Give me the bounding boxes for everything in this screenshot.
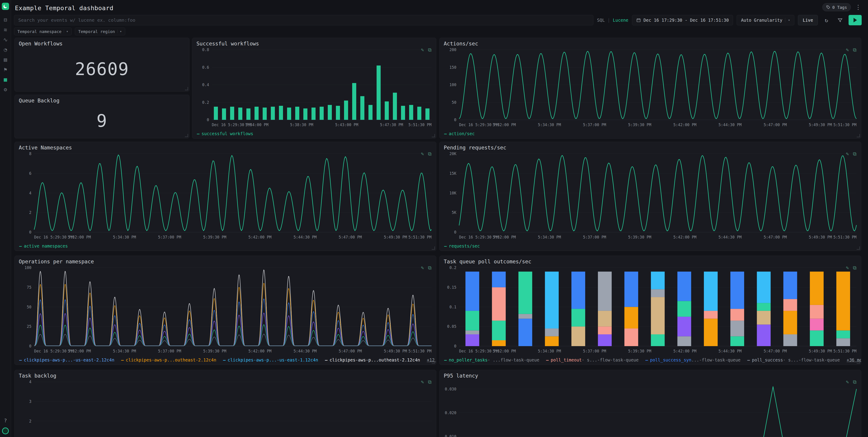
legend-item[interactable]: —requests/sec: [444, 244, 480, 248]
sidebar-item-dashboards-icon[interactable]: ▦: [4, 77, 7, 82]
legend-item[interactable]: —clickpipes-aws-p...outheast-2.12c4n: [325, 357, 420, 363]
edit-icon[interactable]: ✎: [846, 380, 849, 384]
edit-icon[interactable]: ✎: [421, 266, 424, 270]
svg-text:4: 4: [29, 380, 31, 384]
filter-icon[interactable]: [835, 15, 845, 25]
legend-swatch: —: [223, 357, 225, 363]
search-input[interactable]: [14, 15, 593, 25]
legend-label-suffix: ...-flow-task-queue: [691, 357, 741, 363]
resize-handle[interactable]: [857, 361, 860, 364]
legend-item[interactable]: —poll_success · s...-flow-task-queue: [747, 357, 840, 363]
chart-plot[interactable]: 43210: [15, 379, 436, 437]
chart-svg[interactable]: 86420Dec 16 5:29:30 PM5:32:00 PM5:34:30 …: [15, 151, 436, 241]
duplicate-icon[interactable]: ⧉: [853, 266, 857, 270]
chart-svg[interactable]: 43210: [15, 379, 436, 437]
tags-badge[interactable]: 0 Tags: [822, 3, 851, 11]
filter-temporal-namespace[interactable]: Temporal namespace ▾: [14, 28, 72, 35]
resize-handle[interactable]: [432, 246, 435, 250]
resize-handle[interactable]: [857, 246, 860, 250]
svg-text:5:42:00 PM: 5:42:00 PM: [248, 349, 272, 353]
edit-icon[interactable]: ✎: [846, 266, 849, 270]
calendar-icon: [636, 18, 641, 22]
chart-svg[interactable]: 20K15K10K5K0Dec 16 5:29:30 PM5:32:00 PM5…: [440, 151, 861, 241]
user-avatar[interactable]: [2, 428, 9, 434]
resize-handle[interactable]: [185, 87, 188, 90]
duplicate-icon[interactable]: ⧉: [853, 48, 857, 53]
resize-handle[interactable]: [185, 134, 188, 137]
edit-icon[interactable]: ✎: [846, 48, 849, 53]
legend-item[interactable]: —successful workflows: [197, 131, 253, 136]
resize-handle[interactable]: [432, 134, 435, 137]
sidebar-item-settings-icon[interactable]: ⚙: [4, 87, 7, 92]
sidebar-item-logs-icon[interactable]: ▤: [4, 57, 7, 62]
legend-item[interactable]: —no_poller_tasks · ...flow-task-queue: [444, 357, 539, 363]
chart-svg[interactable]: 200150100500Dec 16 5:29:30 PM5:32:00 PM5…: [440, 46, 861, 129]
duplicate-icon[interactable]: ⧉: [428, 380, 432, 384]
chart-plot[interactable]: 0.80.60.40.20Dec 16 5:29:30 PM5:34:00 PM…: [192, 46, 436, 129]
sidebar-item-explore-icon[interactable]: ≋: [4, 27, 7, 33]
legend-swatch: —: [645, 357, 648, 363]
legend-item[interactable]: —poll_timeout · s...-flow-task-queue: [546, 357, 639, 363]
legend-swatch: —: [444, 244, 447, 248]
edit-icon[interactable]: ✎: [421, 380, 424, 384]
date-range-picker[interactable]: Dec 16 17:29:30 - Dec 16 17:51:30: [632, 15, 733, 25]
duplicate-icon[interactable]: ⧉: [428, 266, 432, 270]
sidebar-item-flags-icon[interactable]: ⚑: [4, 67, 7, 72]
chart-plot[interactable]: 0.0300.0200.0100: [440, 379, 861, 437]
run-query-button[interactable]: [848, 15, 862, 25]
resize-handle[interactable]: [857, 134, 860, 137]
edit-icon[interactable]: ✎: [421, 48, 424, 53]
svg-text:5:32:00 PM: 5:32:00 PM: [68, 349, 91, 353]
svg-text:5:42:00 PM: 5:42:00 PM: [673, 123, 696, 127]
legend-label-suffix: · ...flow-task-queue: [488, 357, 539, 363]
filter-temporal-region[interactable]: Temporal region ▾: [75, 28, 125, 35]
svg-text:5:39:30 PM: 5:39:30 PM: [203, 349, 226, 353]
play-icon: [854, 18, 857, 22]
chart-plot[interactable]: 20K15K10K5K0Dec 16 5:29:30 PM5:32:00 PM5…: [440, 151, 861, 241]
date-range-label: Dec 16 17:29:30 - Dec 16 17:51:30: [644, 18, 729, 23]
legend-item[interactable]: —clickpipes-aws-p...outheast-2.12c4n: [121, 357, 216, 363]
chart-plot[interactable]: 1007550250Dec 16 5:29:30 PM5:32:00 PM5:3…: [15, 264, 436, 355]
panel-task-backlog: Task backlog 43210 ✎⧉: [14, 370, 436, 437]
legend-swatch: —: [747, 357, 750, 363]
sidebar-item-metrics-icon[interactable]: ∿: [3, 37, 8, 42]
chart-plot[interactable]: 86420Dec 16 5:29:30 PM5:32:00 PM5:34:30 …: [15, 151, 436, 241]
duplicate-icon[interactable]: ⧉: [853, 380, 857, 384]
page-title: Example Temporal dashboard: [15, 4, 114, 11]
mode-lucene[interactable]: Lucene: [613, 18, 628, 23]
edit-icon[interactable]: ✎: [846, 152, 849, 156]
granularity-select[interactable]: Auto Granularity ▾: [737, 15, 794, 25]
legend-item[interactable]: —action/sec: [444, 131, 475, 136]
legend-item[interactable]: —active namespaces: [19, 244, 68, 248]
chart-plot[interactable]: 200150100500Dec 16 5:29:30 PM5:32:00 PM5…: [440, 46, 861, 129]
resize-handle[interactable]: [432, 361, 435, 364]
svg-text:0.030: 0.030: [445, 387, 456, 391]
sidebar-item-panels-icon[interactable]: ⊟: [4, 17, 7, 23]
svg-text:5:44:30 PM: 5:44:30 PM: [718, 349, 741, 353]
svg-text:8: 8: [29, 152, 31, 156]
legend-item[interactable]: —poll_success_syn ...-flow-task-queue: [645, 357, 741, 363]
kebab-menu-icon[interactable]: ⋮: [855, 4, 861, 11]
help-icon[interactable]: ?: [4, 418, 7, 424]
legend-item[interactable]: —clickpipes-aws-p...-us-east-1.12c4n: [223, 357, 318, 363]
sidebar-item-alerts-icon[interactable]: ◔: [4, 47, 7, 53]
chart-svg[interactable]: 0.80.60.40.20Dec 16 5:29:30 PM5:34:00 PM…: [192, 46, 436, 129]
svg-text:0.8: 0.8: [202, 48, 209, 52]
duplicate-icon[interactable]: ⧉: [428, 48, 432, 53]
chart-plot[interactable]: 0.20.150.10.050Dec 16 5:29:30 PM5:32:00 …: [440, 264, 861, 355]
chart-svg[interactable]: 1007550250Dec 16 5:29:30 PM5:32:00 PM5:3…: [15, 264, 436, 355]
refresh-icon[interactable]: ↻: [822, 15, 831, 25]
mode-sql[interactable]: SQL: [597, 18, 604, 23]
app-logo: [2, 3, 9, 10]
panel-title: Task queue poll outcomes/sec: [444, 259, 531, 264]
edit-icon[interactable]: ✎: [421, 152, 424, 156]
panel-p95-latency: P95 latency 0.0300.0200.0100 ✎⧉: [439, 370, 861, 437]
svg-text:5:49:30 PM: 5:49:30 PM: [384, 349, 407, 353]
chart-svg[interactable]: 0.20.150.10.050Dec 16 5:29:30 PM5:32:00 …: [440, 264, 861, 355]
legend-item[interactable]: —clickpipes-aws-p...-us-east-2.12c4n: [19, 357, 114, 363]
chart-svg[interactable]: 0.0300.0200.0100: [440, 379, 861, 437]
duplicate-icon[interactable]: ⧉: [853, 152, 857, 156]
duplicate-icon[interactable]: ⧉: [428, 152, 432, 156]
svg-text:5:47:00 PM: 5:47:00 PM: [764, 123, 786, 127]
live-button[interactable]: Live: [798, 15, 818, 25]
